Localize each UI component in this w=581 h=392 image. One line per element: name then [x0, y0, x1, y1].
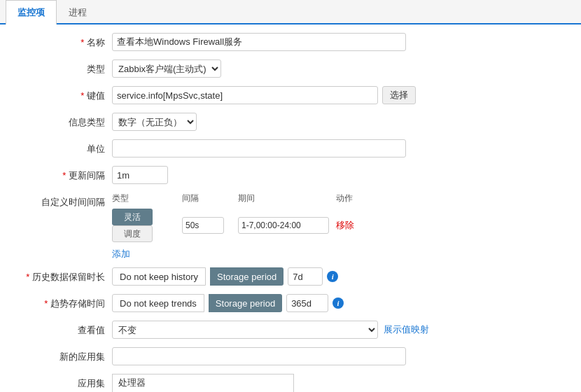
row-trend: 趋势存储时间 Do not keep trendsStorage period …	[14, 294, 567, 314]
row-unit: 单位	[14, 139, 567, 159]
control-applist: 处理器 安全 客户端 对时 延时 执行查询命令 文件系统	[112, 374, 567, 392]
label-key: 键值	[14, 86, 112, 102]
list-item[interactable]: 处理器	[113, 374, 293, 391]
key-input[interactable]	[112, 86, 378, 104]
history-no-keep-button[interactable]: Do not keep history	[112, 267, 206, 286]
tab-monitor[interactable]: 监控项	[6, 0, 57, 24]
type-select[interactable]: Zabbix客户端(主动式)	[112, 59, 221, 78]
infotype-select[interactable]: 数字（无正负）	[112, 113, 197, 131]
control-lookup: 不变 展示值映射	[112, 321, 567, 339]
label-custom-interval: 自定义时间间隔	[14, 192, 112, 209]
col-action-cell: 移除	[336, 219, 378, 232]
trend-info-icon[interactable]: i	[332, 298, 344, 309]
trend-period-input[interactable]	[286, 294, 328, 312]
lookup-row: 不变 展示值映射	[112, 321, 429, 339]
control-name	[112, 33, 567, 51]
col-interval-cell	[182, 217, 238, 234]
label-lookup: 查看值	[14, 321, 112, 337]
history-period-input[interactable]	[288, 267, 323, 286]
add-interval-button[interactable]: 添加	[112, 248, 130, 260]
control-infotype: 数字（无正负）	[112, 113, 567, 131]
history-controls: Do not keep historyStorage period i	[112, 267, 338, 286]
header-interval: 间隔	[182, 192, 238, 204]
name-input[interactable]	[112, 33, 406, 51]
row-history: 历史数据保留时长 Do not keep historyStorage peri…	[14, 267, 567, 287]
col-type-cell: 灵活 调度	[112, 209, 182, 242]
app-list-container: 处理器 安全 客户端 对时 延时 执行查询命令 文件系统	[112, 374, 294, 392]
history-storage-button[interactable]: Storage period	[210, 267, 284, 286]
label-name: 名称	[14, 33, 112, 49]
label-newapp: 新的应用集	[14, 347, 112, 363]
row-type: 类型 Zabbix客户端(主动式)	[14, 59, 567, 79]
interval-input[interactable]	[182, 217, 224, 234]
row-custom-interval: 自定义时间间隔 类型 间隔 期间 动作 灵活 调度	[14, 192, 567, 260]
trend-no-keep-button[interactable]: Do not keep trends	[112, 294, 204, 312]
row-name: 名称	[14, 33, 567, 52]
label-type: 类型	[14, 59, 112, 76]
tab-bar: 监控项 进程	[0, 0, 581, 24]
unit-input[interactable]	[112, 139, 406, 158]
type-schedule-button[interactable]: 调度	[112, 225, 153, 242]
control-update	[112, 166, 567, 184]
header-action: 动作	[336, 192, 378, 204]
app-list-scroll[interactable]: 处理器 安全 客户端 对时 延时 执行查询命令 文件系统	[113, 374, 293, 392]
lookup-select[interactable]: 不变	[112, 321, 378, 339]
row-applist: 应用集 处理器 安全 客户端 对时 延时 执行查询命令 文件系统	[14, 374, 567, 392]
label-history: 历史数据保留时长	[14, 267, 112, 284]
control-trend: Do not keep trendsStorage period i	[112, 294, 567, 312]
control-unit	[112, 139, 567, 158]
remove-interval-button[interactable]: 移除	[336, 219, 354, 232]
row-lookup: 查看值 不变 展示值映射	[14, 321, 567, 340]
label-unit: 单位	[14, 139, 112, 155]
custom-table-row: 灵活 调度 移除	[112, 209, 378, 242]
label-trend: 趋势存储时间	[14, 294, 112, 310]
control-history: Do not keep historyStorage period i	[112, 267, 567, 286]
mapping-link[interactable]: 展示值映射	[384, 323, 429, 336]
trend-controls: Do not keep trendsStorage period i	[112, 294, 344, 312]
row-infotype: 信息类型 数字（无正负）	[14, 113, 567, 132]
trend-storage-button[interactable]: Storage period	[209, 294, 282, 312]
row-newapp: 新的应用集	[14, 347, 567, 367]
row-key: 键值 选择	[14, 86, 567, 106]
row-update: 更新间隔	[14, 166, 567, 186]
newapp-input[interactable]	[112, 347, 406, 365]
period-input[interactable]	[238, 217, 329, 234]
update-input[interactable]	[112, 166, 168, 184]
control-newapp	[112, 347, 567, 365]
tab-process[interactable]: 进程	[57, 0, 99, 24]
type-flexible-button[interactable]: 灵活	[112, 209, 153, 225]
col-period-cell	[238, 217, 336, 234]
header-period: 期间	[238, 192, 336, 204]
header-type: 类型	[112, 192, 182, 204]
control-key: 选择	[112, 86, 567, 104]
label-applist: 应用集	[14, 374, 112, 390]
key-select-button[interactable]: 选择	[382, 86, 416, 104]
control-custom-interval: 类型 间隔 期间 动作 灵活 调度 移除	[112, 192, 567, 260]
label-update: 更新间隔	[14, 166, 112, 182]
control-type: Zabbix客户端(主动式)	[112, 59, 567, 78]
history-info-icon[interactable]: i	[327, 271, 338, 282]
label-infotype: 信息类型	[14, 113, 112, 129]
custom-table-header: 类型 间隔 期间 动作	[112, 192, 378, 206]
form-body: 名称 类型 Zabbix客户端(主动式) 键值 选择 信息类型 数字（无正负）	[0, 24, 581, 392]
